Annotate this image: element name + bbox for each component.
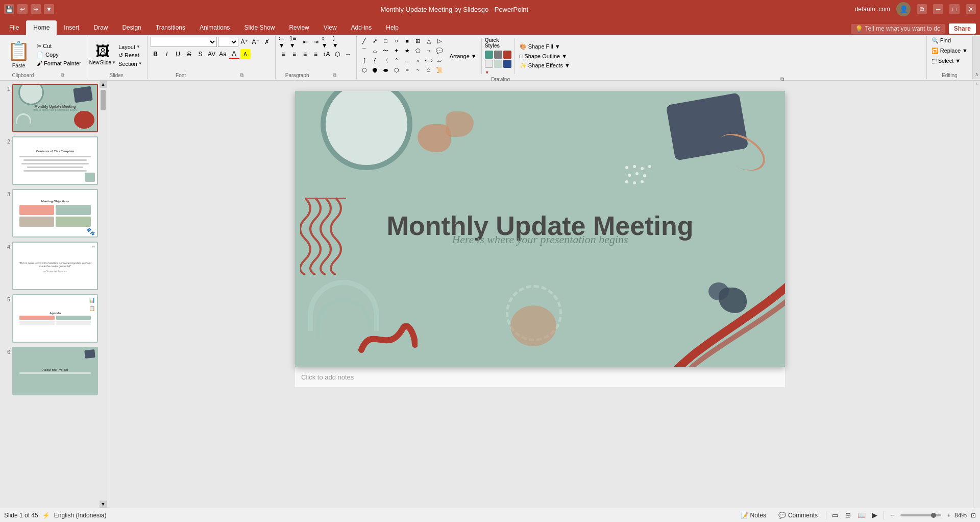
underline-button[interactable]: U [173, 49, 183, 59]
slide-sorter-button[interactable]: ⊞ [844, 511, 853, 520]
qs-cell-1[interactable] [485, 51, 493, 59]
tab-transitions[interactable]: Transitions [149, 20, 192, 35]
columns-button[interactable]: ⫿ ▼ [332, 37, 342, 47]
select-button[interactable]: ⬚ Select ▼ [930, 57, 963, 65]
layout-button[interactable]: Layout ▼ [117, 43, 144, 51]
slide-item-6[interactable]: 6 About the Project [2, 347, 97, 395]
paragraph-launcher[interactable]: ⧉ [316, 72, 353, 78]
reset-button[interactable]: ↺ Reset [117, 52, 144, 59]
qs-cell-4[interactable] [485, 60, 493, 68]
shape-cube[interactable]: ⬡ [392, 66, 401, 74]
redo-icon[interactable]: ↪ [31, 4, 41, 14]
shape-effects-button[interactable]: ✨ Shape Effects ▼ [518, 62, 572, 69]
shape-scroll[interactable]: 📜 [435, 66, 444, 74]
tab-help[interactable]: Help [379, 20, 406, 35]
format-painter-button[interactable]: 🖌 Format Painter [35, 60, 83, 67]
shape-hex[interactable]: ⬡ [360, 66, 369, 74]
slide-item-1[interactable]: 1 Monthly Update Meeting Here is where y… [2, 84, 97, 132]
shape-freeform[interactable]: 〜 [381, 46, 390, 55]
normal-view-button[interactable]: ▭ [830, 511, 840, 520]
shape-curve2[interactable]: ∫ [360, 56, 369, 64]
shape-outline-button[interactable]: □ Shape Outline ▼ [518, 53, 572, 60]
tab-animations[interactable]: Animations [192, 20, 237, 35]
shape-expand[interactable]: ⬦ [413, 56, 423, 64]
shape-bend[interactable]: ⌓ [371, 46, 380, 55]
convert-to-smartart[interactable]: → [343, 49, 353, 59]
shape-arrow[interactable]: ⤢ [371, 37, 380, 45]
tab-draw[interactable]: Draw [86, 20, 115, 35]
copy-button[interactable]: 📄 Copy [35, 51, 83, 59]
shape-dbl[interactable]: ⟺ [424, 56, 433, 64]
shape-cyl[interactable]: ⬬ [381, 66, 390, 74]
undo-icon[interactable]: ↩ [17, 4, 28, 14]
italic-button[interactable]: I [162, 49, 172, 59]
qs-cell-6[interactable] [503, 60, 511, 68]
text-highlight[interactable]: A [240, 49, 251, 59]
shape-rtri[interactable]: ▷ [435, 37, 444, 45]
tab-view[interactable]: View [316, 20, 344, 35]
right-panel-toggle[interactable]: › [973, 81, 981, 88]
slide-thumb-3[interactable]: Meeting Objectives 🐾 [12, 189, 98, 238]
clipboard-launcher[interactable]: ⧉ [43, 72, 83, 78]
tab-addins[interactable]: Add-ins [344, 20, 379, 35]
shadow-button[interactable]: S [195, 49, 206, 59]
decrease-font-size[interactable]: A⁻ [251, 37, 261, 47]
qs-cell-2[interactable] [494, 51, 502, 59]
notes-button[interactable]: 📝 Notes [737, 511, 770, 519]
cut-button[interactable]: ✂ Cut [35, 42, 83, 50]
tab-review[interactable]: Review [282, 20, 316, 35]
slide-thumb-4[interactable]: "This is some words full of wisdom, some… [12, 242, 98, 290]
change-case-button[interactable]: Aa [218, 49, 228, 59]
shape-more2[interactable]: ... [403, 56, 412, 64]
slide-thumb-6[interactable]: About the Project [12, 347, 98, 395]
shape-rect[interactable]: □ [381, 37, 390, 45]
tell-me-bar[interactable]: 💡 Tell me what you want to do [851, 24, 945, 34]
save-icon[interactable]: 💾 [4, 4, 14, 14]
replace-button[interactable]: 🔁 Replace ▼ [930, 47, 969, 55]
restore-window-icon[interactable]: ⧉ [917, 4, 927, 14]
qs-cell-5[interactable] [494, 60, 502, 68]
minimize-icon[interactable]: ─ [933, 4, 943, 14]
shape-para[interactable]: ▱ [435, 56, 444, 64]
shape-eq[interactable]: = [403, 66, 412, 74]
shape-chevron[interactable]: ⌃ [392, 56, 401, 64]
shape-star[interactable]: ★ [403, 46, 412, 55]
slide-item-3[interactable]: 3 Meeting Objectives 🐾 [2, 189, 97, 238]
tab-slideshow[interactable]: Slide Show [237, 20, 282, 35]
panel-scroll-up[interactable]: ▲ [100, 81, 107, 88]
slide-subtitle[interactable]: Here is where your presentation begins [452, 233, 628, 246]
shape-callout[interactable]: 💬 [435, 46, 444, 55]
zoom-slider[interactable] [900, 514, 941, 516]
align-center[interactable]: ≡ [289, 49, 300, 59]
shape-oct[interactable]: ⯃ [371, 66, 380, 74]
comments-button[interactable]: 💬 Comments [774, 511, 822, 519]
qs-cell-3[interactable] [503, 51, 511, 59]
shape-curve[interactable]: ⌒ [360, 46, 369, 55]
maximize-icon[interactable]: □ [949, 4, 960, 14]
tab-design[interactable]: Design [115, 20, 148, 35]
notes-area[interactable]: Click to add notes [295, 367, 785, 387]
slide-item-2[interactable]: 2 Contents of This Template [2, 136, 97, 185]
shape-brace[interactable]: 〈 [381, 56, 390, 64]
bullets-button[interactable]: ≔ ▼ [279, 37, 289, 47]
shape-square[interactable]: ■ [403, 37, 412, 45]
slide-thumb-2[interactable]: Contents of This Template [12, 136, 98, 185]
text-direction[interactable]: ↕A [322, 49, 332, 59]
tab-insert[interactable]: Insert [57, 20, 86, 35]
fit-to-window-button[interactable]: ⊡ [971, 512, 976, 519]
shape-fill-button[interactable]: 🎨 Shape Fill ▼ [518, 43, 572, 51]
increase-font-size[interactable]: A⁺ [239, 37, 250, 47]
close-icon[interactable]: ✕ [966, 4, 976, 14]
user-avatar[interactable]: 👤 [896, 2, 911, 16]
zoom-out-button[interactable]: − [888, 511, 897, 520]
char-spacing-button[interactable]: AV [207, 49, 217, 59]
shape-smile[interactable]: ☺ [424, 66, 433, 74]
strikethrough-button[interactable]: S [184, 49, 194, 59]
font-color-button[interactable]: A [229, 49, 239, 59]
align-right[interactable]: ≡ [300, 49, 310, 59]
shape-pent[interactable]: ⬠ [413, 46, 423, 55]
slideshow-view-button[interactable]: ▶ [870, 511, 879, 520]
align-left[interactable]: ≡ [279, 49, 289, 59]
bold-button[interactable]: B [151, 49, 161, 59]
tab-file[interactable]: File [2, 20, 26, 35]
